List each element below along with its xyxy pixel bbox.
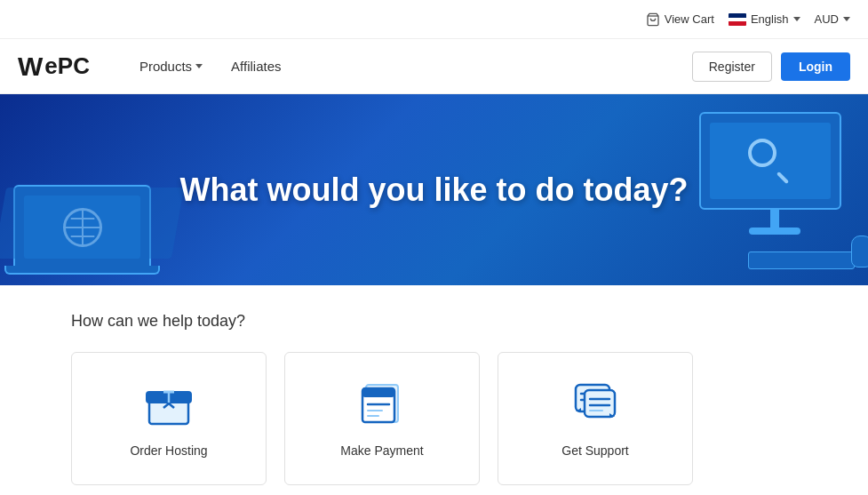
order-hosting-icon	[144, 379, 194, 429]
content-section: How can we help today? Order Hosting	[0, 285, 868, 495]
cart-icon	[646, 12, 660, 27]
top-bar: View Cart English AUD	[0, 0, 868, 39]
currency-chevron-icon	[843, 17, 850, 21]
nav-item-affiliates[interactable]: Affiliates	[217, 39, 295, 94]
currency-label: AUD	[815, 12, 839, 26]
nav-bar: WePC Products Affiliates Register Login	[0, 39, 868, 94]
currency-selector[interactable]: AUD	[815, 12, 850, 26]
section-title: How can we help today?	[71, 312, 797, 331]
logo-epc: ePC	[44, 52, 90, 80]
products-chevron-icon	[195, 64, 203, 68]
affiliates-label: Affiliates	[231, 59, 281, 74]
register-button[interactable]: Register	[692, 52, 772, 82]
nav-auth: Register Login	[692, 52, 850, 82]
nav-links: Products Affiliates	[125, 39, 692, 94]
language-label: English	[751, 12, 789, 26]
hero-title: What would you like to do today?	[180, 172, 689, 209]
cards-row: Order Hosting Make Payment	[71, 352, 797, 485]
order-hosting-label: Order Hosting	[130, 443, 207, 458]
language-selector[interactable]: English	[729, 12, 800, 26]
logo-w: W	[18, 52, 43, 82]
products-label: Products	[139, 59, 192, 74]
order-hosting-card[interactable]: Order Hosting	[71, 352, 267, 485]
svg-rect-17	[585, 390, 615, 417]
view-cart-link[interactable]: View Cart	[646, 12, 714, 27]
make-payment-card[interactable]: Make Payment	[284, 352, 480, 485]
logo[interactable]: WePC	[18, 52, 90, 82]
hero-banner: What would you like to do today?	[0, 94, 868, 285]
nav-item-products[interactable]: Products	[125, 39, 217, 94]
language-chevron-icon	[793, 17, 800, 21]
flag-icon	[729, 13, 746, 26]
get-support-label: Get Support	[561, 443, 629, 458]
get-support-icon	[570, 379, 620, 429]
make-payment-icon	[357, 379, 407, 429]
get-support-card[interactable]: Get Support	[498, 352, 693, 485]
svg-rect-9	[362, 388, 394, 397]
make-payment-label: Make Payment	[340, 443, 423, 458]
login-button[interactable]: Login	[781, 52, 850, 81]
view-cart-label: View Cart	[665, 12, 714, 26]
hero-laptop-illustration	[0, 94, 178, 285]
